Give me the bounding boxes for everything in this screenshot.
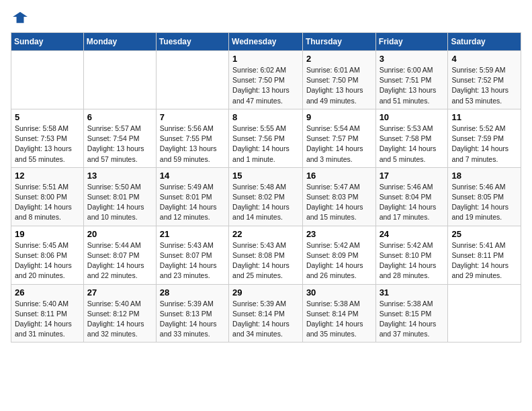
day-number: 26 — [15, 287, 80, 298]
day-info: Sunrise: 5:45 AM Sunset: 8:06 PM Dayligh… — [15, 240, 80, 281]
calendar-week-row: 19Sunrise: 5:45 AM Sunset: 8:06 PM Dayli… — [11, 226, 521, 284]
day-number: 20 — [87, 229, 152, 239]
calendar-cell: 23Sunrise: 5:42 AM Sunset: 8:09 PM Dayli… — [302, 226, 375, 284]
day-number: 30 — [306, 287, 372, 298]
day-info: Sunrise: 5:59 AM Sunset: 7:52 PM Dayligh… — [451, 65, 517, 106]
day-number: 11 — [451, 112, 517, 122]
day-number: 5 — [15, 112, 80, 122]
day-info: Sunrise: 5:47 AM Sunset: 8:03 PM Dayligh… — [306, 182, 372, 223]
calendar-cell: 13Sunrise: 5:50 AM Sunset: 8:01 PM Dayli… — [83, 167, 156, 226]
day-info: Sunrise: 5:43 AM Sunset: 8:07 PM Dayligh… — [160, 240, 225, 281]
day-info: Sunrise: 5:52 AM Sunset: 7:59 PM Dayligh… — [451, 124, 517, 165]
calendar-header-day: Tuesday — [156, 33, 228, 51]
day-info: Sunrise: 5:43 AM Sunset: 8:08 PM Dayligh… — [232, 240, 299, 281]
day-info: Sunrise: 5:40 AM Sunset: 8:11 PM Dayligh… — [15, 299, 80, 340]
day-info: Sunrise: 6:02 AM Sunset: 7:50 PM Dayligh… — [232, 65, 299, 106]
calendar-week-row: 26Sunrise: 5:40 AM Sunset: 8:11 PM Dayli… — [11, 284, 521, 342]
day-number: 7 — [160, 112, 225, 122]
calendar-cell: 28Sunrise: 5:39 AM Sunset: 8:13 PM Dayli… — [156, 284, 228, 342]
calendar-header-day: Friday — [375, 33, 448, 51]
day-number: 22 — [232, 229, 299, 239]
day-info: Sunrise: 5:55 AM Sunset: 7:56 PM Dayligh… — [232, 124, 299, 165]
day-number: 4 — [451, 54, 517, 64]
calendar-cell: 22Sunrise: 5:43 AM Sunset: 8:08 PM Dayli… — [229, 226, 303, 284]
day-number: 12 — [15, 171, 80, 181]
calendar-cell: 15Sunrise: 5:48 AM Sunset: 8:02 PM Dayli… — [229, 167, 303, 226]
calendar-cell — [156, 51, 228, 109]
day-info: Sunrise: 5:44 AM Sunset: 8:07 PM Dayligh… — [87, 240, 152, 281]
calendar-week-row: 12Sunrise: 5:51 AM Sunset: 8:00 PM Dayli… — [11, 167, 521, 226]
day-number: 9 — [306, 112, 372, 122]
day-info: Sunrise: 5:51 AM Sunset: 8:00 PM Dayligh… — [15, 182, 80, 223]
day-info: Sunrise: 6:00 AM Sunset: 7:51 PM Dayligh… — [380, 65, 445, 106]
calendar-header-day: Saturday — [448, 33, 521, 51]
calendar-cell: 29Sunrise: 5:39 AM Sunset: 8:14 PM Dayli… — [229, 284, 303, 342]
day-number: 23 — [306, 229, 372, 239]
calendar-body: 1Sunrise: 6:02 AM Sunset: 7:50 PM Daylig… — [11, 51, 521, 342]
day-info: Sunrise: 5:48 AM Sunset: 8:02 PM Dayligh… — [232, 182, 299, 223]
day-info: Sunrise: 5:38 AM Sunset: 8:15 PM Dayligh… — [380, 299, 445, 340]
calendar-cell — [448, 284, 521, 342]
calendar-cell: 9Sunrise: 5:54 AM Sunset: 7:57 PM Daylig… — [302, 109, 375, 167]
calendar-cell: 31Sunrise: 5:38 AM Sunset: 8:15 PM Dayli… — [375, 284, 448, 342]
calendar-header-day: Monday — [83, 33, 156, 51]
calendar-cell: 1Sunrise: 6:02 AM Sunset: 7:50 PM Daylig… — [229, 51, 303, 109]
day-number: 18 — [451, 171, 517, 181]
day-number: 21 — [160, 229, 225, 239]
calendar-cell: 6Sunrise: 5:57 AM Sunset: 7:54 PM Daylig… — [83, 109, 156, 167]
day-info: Sunrise: 5:56 AM Sunset: 7:55 PM Dayligh… — [160, 124, 225, 165]
day-number: 10 — [380, 112, 445, 122]
day-number: 29 — [232, 287, 299, 298]
calendar-cell: 17Sunrise: 5:46 AM Sunset: 8:04 PM Dayli… — [375, 167, 448, 226]
day-number: 28 — [160, 287, 225, 298]
calendar-table: SundayMondayTuesdayWednesdayThursdayFrid… — [11, 32, 521, 342]
calendar-header-day: Thursday — [302, 33, 375, 51]
calendar-cell: 3Sunrise: 6:00 AM Sunset: 7:51 PM Daylig… — [375, 51, 448, 109]
calendar-cell: 8Sunrise: 5:55 AM Sunset: 7:56 PM Daylig… — [229, 109, 303, 167]
day-info: Sunrise: 5:58 AM Sunset: 7:53 PM Dayligh… — [15, 124, 80, 165]
calendar-week-row: 1Sunrise: 6:02 AM Sunset: 7:50 PM Daylig… — [11, 51, 521, 109]
calendar-cell: 30Sunrise: 5:38 AM Sunset: 8:14 PM Dayli… — [302, 284, 375, 342]
day-info: Sunrise: 5:49 AM Sunset: 8:01 PM Dayligh… — [160, 182, 225, 223]
day-info: Sunrise: 5:39 AM Sunset: 8:14 PM Dayligh… — [232, 299, 299, 340]
calendar-cell — [11, 51, 84, 109]
day-number: 31 — [380, 287, 445, 298]
calendar-cell: 12Sunrise: 5:51 AM Sunset: 8:00 PM Dayli… — [11, 167, 84, 226]
calendar-cell: 10Sunrise: 5:53 AM Sunset: 7:58 PM Dayli… — [375, 109, 448, 167]
calendar-cell: 20Sunrise: 5:44 AM Sunset: 8:07 PM Dayli… — [83, 226, 156, 284]
day-info: Sunrise: 5:42 AM Sunset: 8:09 PM Dayligh… — [306, 240, 372, 281]
day-number: 13 — [87, 171, 152, 181]
day-info: Sunrise: 5:41 AM Sunset: 8:11 PM Dayligh… — [451, 240, 517, 281]
day-info: Sunrise: 5:39 AM Sunset: 8:13 PM Dayligh… — [160, 299, 225, 340]
day-number: 14 — [160, 171, 225, 181]
day-info: Sunrise: 5:46 AM Sunset: 8:04 PM Dayligh… — [380, 182, 445, 223]
calendar-cell: 5Sunrise: 5:58 AM Sunset: 7:53 PM Daylig… — [11, 109, 84, 167]
day-number: 15 — [232, 171, 299, 181]
day-number: 27 — [87, 287, 152, 298]
day-number: 25 — [451, 229, 517, 239]
calendar-week-row: 5Sunrise: 5:58 AM Sunset: 7:53 PM Daylig… — [11, 109, 521, 167]
calendar-cell: 11Sunrise: 5:52 AM Sunset: 7:59 PM Dayli… — [448, 109, 521, 167]
day-number: 8 — [232, 112, 299, 122]
logo — [11, 11, 32, 24]
calendar-cell: 21Sunrise: 5:43 AM Sunset: 8:07 PM Dayli… — [156, 226, 228, 284]
day-info: Sunrise: 5:50 AM Sunset: 8:01 PM Dayligh… — [87, 182, 152, 223]
day-info: Sunrise: 5:46 AM Sunset: 8:05 PM Dayligh… — [451, 182, 517, 223]
day-number: 16 — [306, 171, 372, 181]
calendar-cell: 19Sunrise: 5:45 AM Sunset: 8:06 PM Dayli… — [11, 226, 84, 284]
calendar-cell — [83, 51, 156, 109]
day-number: 17 — [380, 171, 445, 181]
day-info: Sunrise: 5:40 AM Sunset: 8:12 PM Dayligh… — [87, 299, 152, 340]
calendar-header-day: Sunday — [11, 33, 84, 51]
calendar-cell: 14Sunrise: 5:49 AM Sunset: 8:01 PM Dayli… — [156, 167, 228, 226]
day-info: Sunrise: 5:38 AM Sunset: 8:14 PM Dayligh… — [306, 299, 372, 340]
calendar-cell: 25Sunrise: 5:41 AM Sunset: 8:11 PM Dayli… — [448, 226, 521, 284]
page-header — [11, 11, 521, 24]
day-info: Sunrise: 5:57 AM Sunset: 7:54 PM Dayligh… — [87, 124, 152, 165]
calendar-cell: 26Sunrise: 5:40 AM Sunset: 8:11 PM Dayli… — [11, 284, 84, 342]
logo-icon — [11, 11, 30, 24]
day-number: 2 — [306, 54, 372, 64]
svg-marker-0 — [13, 12, 28, 23]
calendar-cell: 24Sunrise: 5:42 AM Sunset: 8:10 PM Dayli… — [375, 226, 448, 284]
day-number: 19 — [15, 229, 80, 239]
